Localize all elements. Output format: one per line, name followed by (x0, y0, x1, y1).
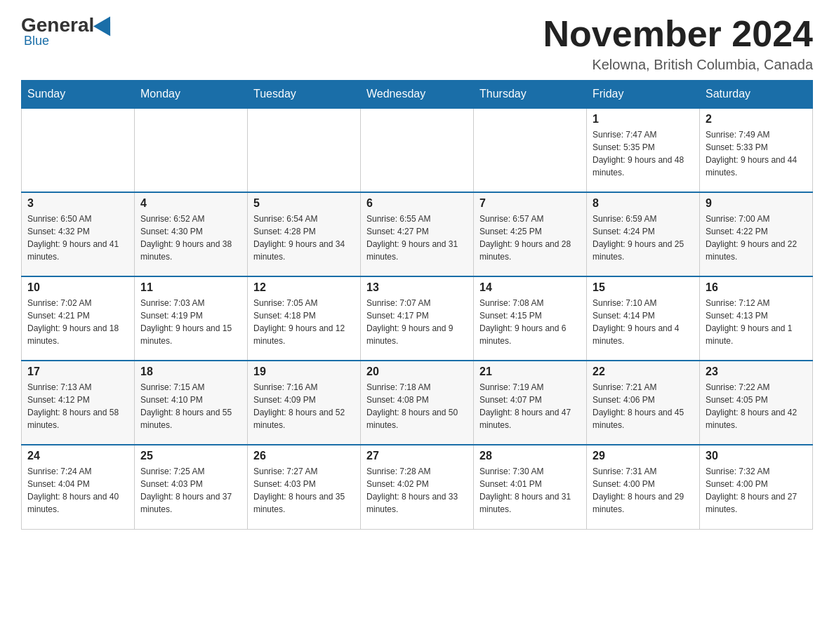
weekday-header-row: SundayMondayTuesdayWednesdayThursdayFrid… (22, 81, 813, 109)
day-number: 13 (366, 281, 468, 294)
day-number: 26 (253, 450, 355, 462)
weekday-header-wednesday: Wednesday (361, 81, 474, 109)
day-number: 16 (706, 281, 807, 294)
calendar-cell: 23Sunrise: 7:22 AMSunset: 4:05 PMDayligh… (700, 361, 813, 445)
day-info: Sunrise: 7:02 AMSunset: 4:21 PMDaylight:… (27, 297, 128, 347)
logo-flag-icon (93, 12, 119, 36)
day-number: 20 (366, 365, 468, 378)
day-info: Sunrise: 7:47 AMSunset: 5:35 PMDaylight:… (593, 128, 694, 179)
day-info: Sunrise: 7:12 AMSunset: 4:13 PMDaylight:… (706, 297, 807, 347)
day-info: Sunrise: 7:16 AMSunset: 4:09 PMDaylight:… (253, 381, 355, 431)
day-info: Sunrise: 6:54 AMSunset: 4:28 PMDaylight:… (253, 213, 355, 263)
day-info: Sunrise: 6:59 AMSunset: 4:24 PMDaylight:… (593, 213, 694, 263)
day-info: Sunrise: 7:03 AMSunset: 4:19 PMDaylight:… (140, 297, 241, 347)
day-number: 9 (706, 197, 807, 210)
day-number: 12 (253, 281, 355, 294)
day-info: Sunrise: 7:18 AMSunset: 4:08 PMDaylight:… (366, 381, 468, 431)
calendar-cell: 21Sunrise: 7:19 AMSunset: 4:07 PMDayligh… (474, 361, 587, 445)
calendar-week-row: 3Sunrise: 6:50 AMSunset: 4:32 PMDaylight… (22, 192, 813, 276)
calendar-cell: 18Sunrise: 7:15 AMSunset: 4:10 PMDayligh… (135, 361, 248, 445)
calendar-cell: 28Sunrise: 7:30 AMSunset: 4:01 PMDayligh… (474, 445, 587, 529)
calendar-cell: 25Sunrise: 7:25 AMSunset: 4:03 PMDayligh… (135, 445, 248, 529)
day-number: 15 (593, 281, 694, 294)
day-number: 28 (479, 450, 581, 462)
title-block: November 2024 Kelowna, British Columbia,… (543, 14, 813, 73)
day-number: 18 (140, 365, 241, 378)
calendar-cell (135, 108, 248, 192)
day-info: Sunrise: 7:21 AMSunset: 4:06 PMDaylight:… (593, 381, 694, 431)
day-number: 1 (593, 113, 694, 126)
day-number: 8 (593, 197, 694, 210)
weekday-header-sunday: Sunday (22, 81, 135, 109)
calendar-cell: 22Sunrise: 7:21 AMSunset: 4:06 PMDayligh… (587, 361, 700, 445)
calendar-cell: 7Sunrise: 6:57 AMSunset: 4:25 PMDaylight… (474, 192, 587, 276)
calendar-cell: 9Sunrise: 7:00 AMSunset: 4:22 PMDaylight… (700, 192, 813, 276)
calendar-cell: 24Sunrise: 7:24 AMSunset: 4:04 PMDayligh… (22, 445, 135, 529)
day-number: 21 (479, 365, 581, 378)
calendar-cell: 20Sunrise: 7:18 AMSunset: 4:08 PMDayligh… (361, 361, 474, 445)
calendar-cell: 13Sunrise: 7:07 AMSunset: 4:17 PMDayligh… (361, 276, 474, 361)
calendar-cell: 16Sunrise: 7:12 AMSunset: 4:13 PMDayligh… (700, 276, 813, 361)
day-number: 4 (140, 197, 241, 210)
weekday-header-tuesday: Tuesday (248, 81, 361, 109)
calendar-cell (22, 108, 135, 192)
day-info: Sunrise: 7:49 AMSunset: 5:33 PMDaylight:… (706, 128, 807, 179)
day-info: Sunrise: 6:52 AMSunset: 4:30 PMDaylight:… (140, 213, 241, 263)
day-number: 6 (366, 197, 468, 210)
day-number: 2 (706, 113, 807, 126)
month-title: November 2024 (543, 14, 813, 54)
logo: General Blue (21, 14, 118, 48)
calendar-cell: 19Sunrise: 7:16 AMSunset: 4:09 PMDayligh… (248, 361, 361, 445)
day-number: 7 (479, 197, 581, 210)
calendar-cell: 14Sunrise: 7:08 AMSunset: 4:15 PMDayligh… (474, 276, 587, 361)
calendar-cell: 27Sunrise: 7:28 AMSunset: 4:02 PMDayligh… (361, 445, 474, 529)
calendar-cell: 10Sunrise: 7:02 AMSunset: 4:21 PMDayligh… (22, 276, 135, 361)
calendar-cell: 3Sunrise: 6:50 AMSunset: 4:32 PMDaylight… (22, 192, 135, 276)
calendar-table: SundayMondayTuesdayWednesdayThursdayFrid… (21, 80, 813, 530)
calendar-cell: 15Sunrise: 7:10 AMSunset: 4:14 PMDayligh… (587, 276, 700, 361)
calendar-week-row: 17Sunrise: 7:13 AMSunset: 4:12 PMDayligh… (22, 361, 813, 445)
day-number: 19 (253, 365, 355, 378)
calendar-cell: 30Sunrise: 7:32 AMSunset: 4:00 PMDayligh… (700, 445, 813, 529)
calendar-week-row: 10Sunrise: 7:02 AMSunset: 4:21 PMDayligh… (22, 276, 813, 361)
weekday-header-monday: Monday (135, 81, 248, 109)
location-text: Kelowna, British Columbia, Canada (543, 57, 813, 73)
day-info: Sunrise: 7:15 AMSunset: 4:10 PMDaylight:… (140, 381, 241, 431)
day-info: Sunrise: 6:50 AMSunset: 4:32 PMDaylight:… (27, 213, 128, 263)
weekday-header-saturday: Saturday (700, 81, 813, 109)
page-header: General Blue November 2024 Kelowna, Brit… (21, 14, 813, 73)
day-number: 24 (27, 450, 128, 462)
day-number: 10 (27, 281, 128, 294)
day-info: Sunrise: 7:19 AMSunset: 4:07 PMDaylight:… (479, 381, 581, 431)
day-number: 25 (140, 450, 241, 462)
day-number: 5 (253, 197, 355, 210)
day-info: Sunrise: 7:08 AMSunset: 4:15 PMDaylight:… (479, 297, 581, 347)
calendar-cell: 29Sunrise: 7:31 AMSunset: 4:00 PMDayligh… (587, 445, 700, 529)
day-info: Sunrise: 7:32 AMSunset: 4:00 PMDaylight:… (706, 465, 807, 516)
calendar-week-row: 1Sunrise: 7:47 AMSunset: 5:35 PMDaylight… (22, 108, 813, 192)
day-number: 22 (593, 365, 694, 378)
day-info: Sunrise: 7:13 AMSunset: 4:12 PMDaylight:… (27, 381, 128, 431)
day-info: Sunrise: 7:07 AMSunset: 4:17 PMDaylight:… (366, 297, 468, 347)
weekday-header-friday: Friday (587, 81, 700, 109)
calendar-cell: 4Sunrise: 6:52 AMSunset: 4:30 PMDaylight… (135, 192, 248, 276)
day-info: Sunrise: 7:25 AMSunset: 4:03 PMDaylight:… (140, 465, 241, 516)
day-number: 11 (140, 281, 241, 294)
calendar-week-row: 24Sunrise: 7:24 AMSunset: 4:04 PMDayligh… (22, 445, 813, 529)
day-info: Sunrise: 7:24 AMSunset: 4:04 PMDaylight:… (27, 465, 128, 516)
calendar-cell: 17Sunrise: 7:13 AMSunset: 4:12 PMDayligh… (22, 361, 135, 445)
calendar-cell (248, 108, 361, 192)
day-info: Sunrise: 7:31 AMSunset: 4:00 PMDaylight:… (593, 465, 694, 516)
day-info: Sunrise: 6:57 AMSunset: 4:25 PMDaylight:… (479, 213, 581, 263)
day-info: Sunrise: 7:30 AMSunset: 4:01 PMDaylight:… (479, 465, 581, 516)
calendar-cell (361, 108, 474, 192)
weekday-header-thursday: Thursday (474, 81, 587, 109)
calendar-cell: 2Sunrise: 7:49 AMSunset: 5:33 PMDaylight… (700, 108, 813, 192)
day-info: Sunrise: 7:27 AMSunset: 4:03 PMDaylight:… (253, 465, 355, 516)
day-number: 30 (706, 450, 807, 462)
day-number: 29 (593, 450, 694, 462)
day-info: Sunrise: 7:05 AMSunset: 4:18 PMDaylight:… (253, 297, 355, 347)
logo-blue-text: Blue (24, 34, 49, 48)
calendar-cell: 5Sunrise: 6:54 AMSunset: 4:28 PMDaylight… (248, 192, 361, 276)
calendar-cell: 11Sunrise: 7:03 AMSunset: 4:19 PMDayligh… (135, 276, 248, 361)
